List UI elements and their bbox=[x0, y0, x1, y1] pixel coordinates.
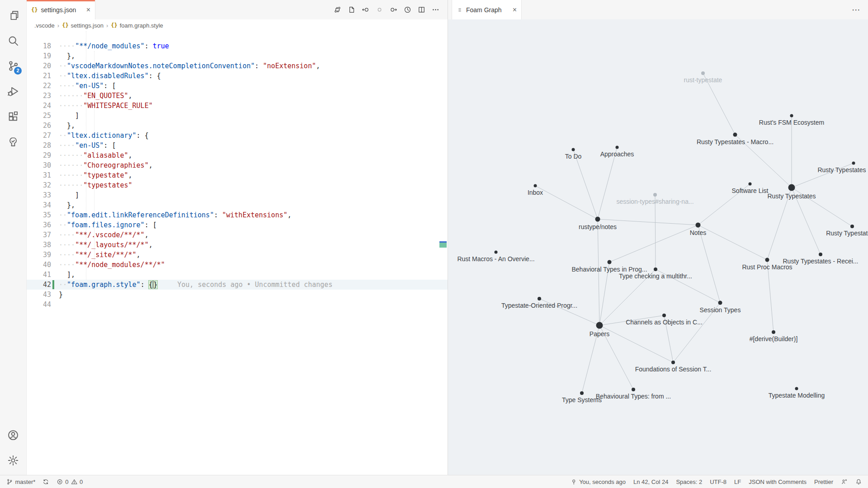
tab-settings-json[interactable]: {} settings.json × bbox=[27, 0, 95, 19]
graph-node[interactable]: Rust's FSM Ecosystem bbox=[759, 114, 824, 126]
change-indicator-button[interactable] bbox=[375, 6, 383, 14]
code-line-21[interactable]: 21··"ltex.disabledRules": { bbox=[27, 71, 448, 81]
code-line-28[interactable]: 28····"en-US": [ bbox=[27, 141, 448, 150]
breadcrumb-item[interactable]: {}foam.graph.style bbox=[111, 22, 163, 29]
breadcrumb-item[interactable]: {}settings.json bbox=[62, 22, 104, 29]
more-actions-icon[interactable]: ⋯ bbox=[852, 0, 868, 19]
timeline-button[interactable] bbox=[403, 6, 411, 14]
close-icon[interactable]: × bbox=[86, 6, 90, 14]
code-line-19[interactable]: 19 }, bbox=[27, 51, 448, 61]
graph-node[interactable]: Rusty Typestates bbox=[767, 184, 816, 200]
code-line-29[interactable]: 29······"aliasable", bbox=[27, 150, 448, 160]
code-line-18[interactable]: 18····"**/node_modules": true bbox=[27, 41, 448, 51]
svg-text:Approaches: Approaches bbox=[600, 150, 634, 158]
graph-node[interactable]: Rusty Typestates bbox=[817, 162, 866, 174]
activity-item-run-debug[interactable] bbox=[2, 79, 24, 104]
graph-node[interactable]: Foundations of Session T... bbox=[635, 361, 712, 373]
code-line-22[interactable]: 22····"en-US": [ bbox=[27, 81, 448, 91]
split-editor-button[interactable] bbox=[417, 6, 425, 14]
code-line-42[interactable]: 42··"foam.graph.style": {}You, seconds a… bbox=[27, 280, 448, 290]
status-cursor-position[interactable]: Ln 42, Col 24 bbox=[633, 479, 668, 485]
code-line-33[interactable]: 33 ] bbox=[27, 190, 448, 200]
status-branch-indicator[interactable]: master* bbox=[6, 479, 35, 485]
activity-item-search[interactable] bbox=[2, 28, 24, 53]
graph-node[interactable]: Rust Macros - An Overvie... bbox=[457, 251, 534, 263]
graph-node[interactable]: #[derive(Builder)] bbox=[750, 330, 798, 343]
status-formatter[interactable]: Prettier bbox=[814, 479, 833, 485]
graph-node[interactable]: Channels as Objects in C... bbox=[626, 314, 703, 326]
code-line-41[interactable]: 41 ], bbox=[27, 270, 448, 280]
graph-node[interactable]: Inbox bbox=[528, 184, 543, 196]
svg-text:Rusty Typestates: Rusty Typestates bbox=[767, 192, 816, 200]
code-line-37[interactable]: 37····"**/.vscode/**/*", bbox=[27, 230, 448, 240]
status-indentation[interactable]: Spaces: 2 bbox=[676, 479, 702, 485]
code-line-43[interactable]: 43} bbox=[27, 290, 448, 300]
graph-node[interactable]: Behavioural Types: from ... bbox=[596, 388, 671, 400]
graph-node[interactable]: Session Types bbox=[700, 301, 741, 314]
graph-node[interactable]: session-types#sharing-na... bbox=[616, 193, 693, 205]
graph-node[interactable]: Software List bbox=[732, 183, 769, 194]
code-line-20[interactable]: 20··"vscodeMarkdownNotes.noteCompletionC… bbox=[27, 61, 448, 71]
graph-node[interactable]: Rusty Typestates - Recei... bbox=[783, 253, 858, 265]
code-line-40[interactable]: 40····"**/node_modules/**/*" bbox=[27, 260, 448, 270]
graph-node[interactable]: Typestate-Oriented Progr... bbox=[501, 297, 577, 309]
graph-node[interactable]: Approaches bbox=[600, 146, 634, 158]
search-icon bbox=[7, 35, 19, 47]
graph-node[interactable]: Behavioral Types in Prog... bbox=[571, 260, 647, 273]
graph-node[interactable]: rust-typestate bbox=[684, 71, 722, 84]
status-language-mode[interactable]: JSON with Comments bbox=[749, 479, 807, 485]
svg-text:Rusty Typestates -: Rusty Typestates - bbox=[826, 230, 868, 237]
status-notifications[interactable] bbox=[855, 479, 862, 485]
code-line-34[interactable]: 34 }, bbox=[27, 200, 448, 210]
code-line-39[interactable]: 39····"**/_site/**/*", bbox=[27, 250, 448, 260]
code-line-35[interactable]: 35··"foam.edit.linkReferenceDefinitions"… bbox=[27, 210, 448, 220]
code-line-38[interactable]: 38····"**/_layouts/**/*", bbox=[27, 240, 448, 250]
code-line-32[interactable]: 32······"typestates" bbox=[27, 180, 448, 190]
foam-graph-canvas[interactable]: rust-typestateRust's FSM EcosystemRusty … bbox=[448, 19, 868, 475]
open-file-button[interactable] bbox=[347, 6, 355, 14]
code-line-30[interactable]: 30······"Choreographies", bbox=[27, 160, 448, 170]
line-number: 33 bbox=[27, 190, 59, 200]
activity-item-foam[interactable] bbox=[2, 129, 24, 155]
status-encoding[interactable]: UTF-8 bbox=[710, 479, 726, 485]
previous-change-button[interactable] bbox=[361, 6, 369, 14]
activity-item-explorer[interactable] bbox=[2, 3, 24, 28]
activity-item-extensions[interactable] bbox=[2, 104, 24, 129]
code-line-25[interactable]: 25 ] bbox=[27, 111, 448, 121]
status-eol-selector[interactable]: LF bbox=[734, 479, 741, 485]
graph-node[interactable]: Rusty Typestates - Macro... bbox=[697, 133, 774, 145]
tab-foam-graph[interactable]: Foam Graph × bbox=[452, 0, 522, 19]
graph-node[interactable]: Typestate Modelling bbox=[769, 387, 825, 399]
graph-node[interactable]: Rusty Typestates - bbox=[826, 225, 868, 237]
code-line-23[interactable]: 23······"EN_QUOTES", bbox=[27, 91, 448, 101]
graph-edge bbox=[767, 260, 774, 332]
activity-item-settings[interactable] bbox=[2, 448, 24, 473]
svg-text:Typestate-Oriented Progr...: Typestate-Oriented Progr... bbox=[501, 302, 577, 309]
activity-item-source-control[interactable]: 2 bbox=[2, 53, 24, 79]
code-line-31[interactable]: 31······"typestate", bbox=[27, 170, 448, 180]
svg-text:Channels as Objects in C...: Channels as Objects in C... bbox=[626, 319, 703, 326]
status-feedback[interactable] bbox=[841, 479, 848, 485]
status-sync-button[interactable] bbox=[42, 479, 49, 485]
circle-icon bbox=[376, 6, 383, 14]
activity-item-accounts[interactable] bbox=[2, 422, 24, 448]
breadcrumb-item[interactable]: .vscode bbox=[34, 22, 55, 29]
status-blame-status[interactable]: You, seconds ago bbox=[571, 479, 626, 485]
status-problems-indicator[interactable]: 00 bbox=[57, 479, 83, 485]
code-line-26[interactable]: 26 }, bbox=[27, 121, 448, 131]
line-number: 30 bbox=[27, 160, 59, 170]
next-change-button[interactable] bbox=[389, 6, 397, 14]
code-line-44[interactable]: 44 bbox=[27, 300, 448, 310]
close-icon[interactable]: × bbox=[513, 6, 517, 14]
graph-node[interactable]: To Do bbox=[565, 148, 582, 160]
code-line-27[interactable]: 27··"ltex.dictionary": { bbox=[27, 131, 448, 141]
code-line-24[interactable]: 24······"WHITESPACE_RULE" bbox=[27, 101, 448, 111]
code-line-36[interactable]: 36··"foam.files.ignore": [ bbox=[27, 220, 448, 230]
graph-edge bbox=[698, 225, 767, 260]
compare-changes-button[interactable] bbox=[333, 6, 341, 14]
code-editor[interactable]: 18····"**/node_modules": true19 },20··"v… bbox=[27, 31, 448, 475]
more-actions-button[interactable] bbox=[431, 6, 439, 14]
next-change-icon bbox=[390, 6, 397, 14]
graph-node[interactable]: rustype/notes bbox=[579, 217, 617, 230]
scm-badge: 2 bbox=[14, 67, 22, 75]
